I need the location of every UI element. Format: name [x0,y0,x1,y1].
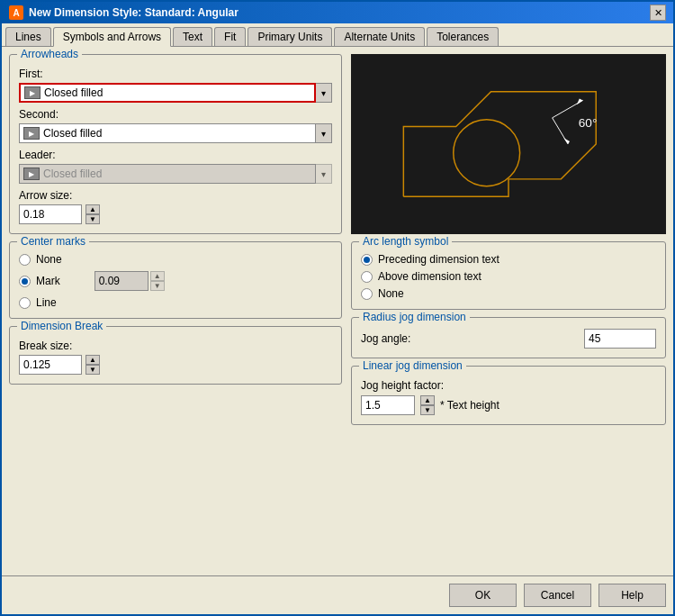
arrow-size-input[interactable]: 0.18 [19,204,82,224]
radio-arc-none[interactable]: None [361,287,656,300]
radio-mark-circle [19,276,31,287]
arc-length-label: Arc length symbol [359,235,452,248]
arrowheads-label: Arrowheads [17,48,82,60]
second-dropdown-arrow[interactable]: ▾ [316,123,332,143]
close-button[interactable]: ✕ [650,5,666,21]
center-marks-group: Center marks None Mark 0.09 [9,241,342,319]
radio-preceding[interactable]: Preceding dimension text [361,253,656,266]
jog-height-row: 1.5 ▲ ▼ * Text height [361,395,656,415]
center-size-down: ▼ [150,281,165,291]
main-content: Arrowheads First: ▶ Closed filled ▾ Seco… [2,47,673,575]
radio-above-circle [361,271,373,283]
first-dropdown-value: Closed filled [44,86,103,99]
second-dropdown-row: ▶ Closed filled ▾ [19,123,332,143]
radio-none-circle [19,254,31,266]
break-size-input[interactable]: 0.125 [19,355,82,375]
center-size-input: 0.09 [94,271,148,291]
radio-line[interactable]: Line [19,296,332,309]
right-panel: 60° Arc length symbol Preceding dimensio… [351,54,666,568]
arc-length-radio-group: Preceding dimension text Above dimension… [361,253,656,300]
arrow-size-spinner: ▲ ▼ [86,204,100,224]
arrowheads-group: Arrowheads First: ▶ Closed filled ▾ Seco… [9,54,342,234]
arrow-size-up[interactable]: ▲ [86,204,100,214]
arrow-size-label: Arrow size: [19,189,332,202]
jog-height-label: Jog height factor: [361,379,656,392]
break-size-up[interactable]: ▲ [86,355,100,365]
linear-jog-group: Linear jog dimension Jog height factor: … [351,366,666,425]
tab-lines[interactable]: Lines [5,27,51,46]
leader-dropdown-row: ▶ Closed filled ▾ [19,164,332,184]
leader-label: Leader: [19,149,332,161]
svg-rect-0 [351,57,666,231]
first-dropdown[interactable]: ▶ Closed filled [19,83,316,103]
radio-line-label: Line [36,296,57,309]
radio-mark-label: Mark [36,275,60,287]
arc-length-group: Arc length symbol Preceding dimension te… [351,241,666,310]
ok-button[interactable]: OK [449,584,517,607]
tab-tolerances[interactable]: Tolerances [427,27,499,46]
radio-arc-none-label: None [378,287,404,300]
tab-alternate-units[interactable]: Alternate Units [334,27,425,46]
first-dropdown-row: ▶ Closed filled ▾ [19,83,332,103]
radio-none-label: None [36,253,62,266]
bottom-bar: OK Cancel Help [2,575,673,614]
center-size-spinner: ▲ ▼ [150,271,165,291]
second-label: Second: [19,108,332,121]
center-size-up: ▲ [150,271,165,281]
radio-arc-none-circle [361,288,373,300]
jog-height-down[interactable]: ▼ [420,405,435,415]
tab-text[interactable]: Text [173,27,212,46]
jog-angle-row: Jog angle: 45 [361,329,656,349]
radio-preceding-label: Preceding dimension text [378,253,500,266]
text-height-label: * Text height [440,399,500,412]
radio-above[interactable]: Above dimension text [361,270,656,283]
linear-jog-label: Linear jog dimension [359,359,466,372]
jog-height-spinner: ▲ ▼ [420,395,435,415]
left-panel: Arrowheads First: ▶ Closed filled ▾ Seco… [9,54,342,568]
tabs-bar: Lines Symbols and Arrows Text Fit Primar… [2,23,673,47]
first-dropdown-icon: ▶ [24,86,40,99]
break-size-label: Break size: [19,340,332,352]
arrow-size-down[interactable]: ▼ [86,214,100,224]
second-dropdown[interactable]: ▶ Closed filled [19,123,316,143]
title-bar: A New Dimension Style: Standard: Angular… [2,2,673,23]
radio-preceding-circle [361,254,373,266]
tab-fit[interactable]: Fit [214,27,246,46]
radio-line-circle [19,297,31,309]
preview-canvas: 60° [351,54,666,234]
radius-jog-label: Radius jog dimension [359,311,470,323]
first-dropdown-arrow[interactable]: ▾ [316,83,332,103]
app-icon: A [9,5,23,20]
jog-angle-input[interactable]: 45 [584,329,656,349]
break-size-down[interactable]: ▼ [86,365,100,375]
dimension-break-group: Dimension Break Break size: 0.125 ▲ ▼ [9,326,342,385]
leader-dropdown-value: Closed filled [43,168,102,180]
jog-height-input[interactable]: 1.5 [361,395,415,415]
leader-dropdown-icon: ▶ [23,168,40,180]
radio-none[interactable]: None [19,253,332,266]
leader-dropdown-arrow: ▾ [316,164,332,184]
dimension-break-label: Dimension Break [17,320,106,332]
radio-above-label: Above dimension text [378,270,482,283]
radius-jog-group: Radius jog dimension Jog angle: 45 [351,317,666,358]
break-size-row: 0.125 ▲ ▼ [19,355,332,375]
tab-primary-units[interactable]: Primary Units [248,27,332,46]
tab-symbols-and-arrows[interactable]: Symbols and Arrows [53,27,171,47]
center-marks-label: Center marks [17,235,89,248]
second-dropdown-icon: ▶ [23,127,40,140]
window-title: New Dimension Style: Standard: Angular [29,6,238,19]
cancel-button[interactable]: Cancel [524,584,591,607]
main-window: A New Dimension Style: Standard: Angular… [0,0,675,616]
svg-text:60°: 60° [579,116,598,130]
break-size-spinner: ▲ ▼ [86,355,100,375]
help-button[interactable]: Help [598,584,666,607]
leader-dropdown: ▶ Closed filled [19,164,316,184]
jog-height-up[interactable]: ▲ [420,395,435,405]
preview-svg: 60° [351,54,666,234]
second-dropdown-value: Closed filled [43,127,102,140]
first-label: First: [19,68,332,80]
radio-mark[interactable]: Mark [19,275,60,287]
jog-angle-label: Jog angle: [361,332,410,345]
arrow-size-row: 0.18 ▲ ▼ [19,204,332,224]
